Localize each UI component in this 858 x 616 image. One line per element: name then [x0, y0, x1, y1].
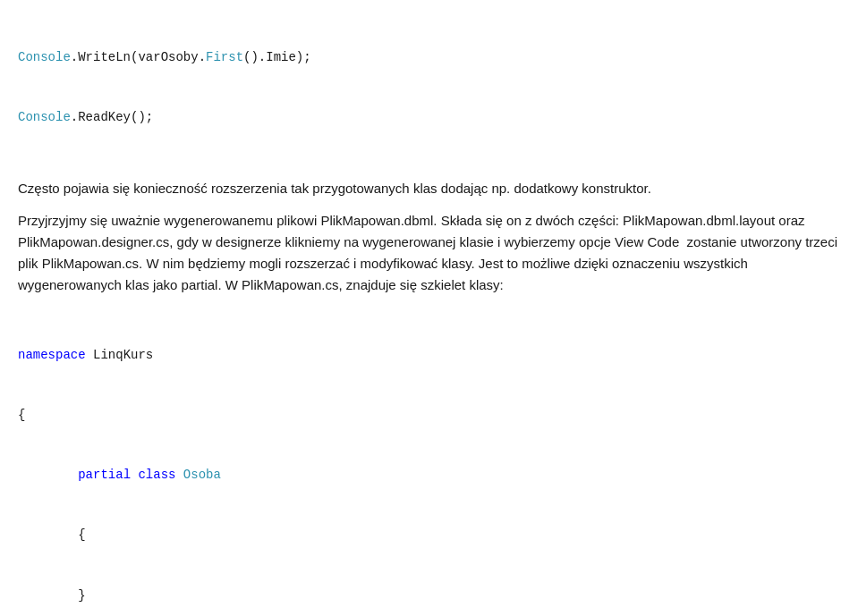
paragraph-1: Często pojawia się konieczność rozszerze…	[18, 178, 840, 199]
page-content: Console.WriteLn(varOsoby.First().Imie); …	[0, 0, 858, 616]
cb1-line2: {	[18, 405, 840, 425]
cb1-line5: }	[18, 586, 840, 605]
cb1-line4: {	[18, 525, 840, 544]
cb1-line1: namespace LinqKurs	[18, 345, 840, 365]
top-code-block: Console.WriteLn(varOsoby.First().Imie); …	[18, 7, 840, 167]
para1-text: Często pojawia się konieczność rozszerze…	[18, 181, 651, 196]
top-code-line1: Console.WriteLn(varOsoby.First().Imie);	[18, 47, 840, 67]
cb1-line3: partial class Osoba	[18, 465, 840, 485]
paragraph-2: Przyjrzyjmy się uważnie wygenerowanemu p…	[18, 210, 840, 296]
code-block-1: namespace LinqKurs { partial class Osoba…	[18, 305, 840, 616]
top-code-line2: Console.ReadKey();	[18, 107, 840, 127]
para2-text: Przyjrzyjmy się uważnie wygenerowanemu p…	[18, 213, 837, 292]
